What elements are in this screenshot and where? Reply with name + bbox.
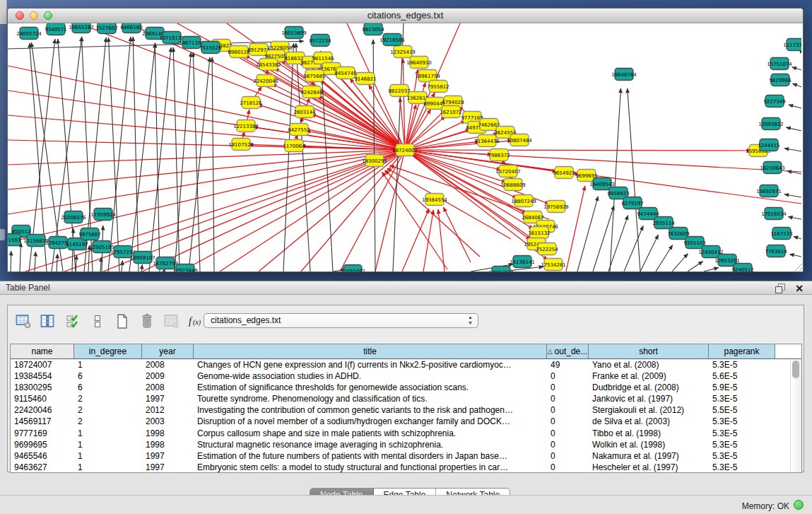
network-node[interactable]: 7986372 [488, 149, 510, 161]
network-node[interactable]: 12450462 [340, 265, 365, 272]
cell-out_degree[interactable]: 0 [547, 439, 589, 450]
window-titlebar[interactable]: citations_edges.txt [8, 8, 803, 23]
table-selector-dropdown[interactable]: citations_edges.txt ▲▼ [204, 313, 478, 328]
cell-year[interactable]: 2008 [142, 382, 194, 393]
network-edge[interactable] [57, 254, 57, 271]
minimize-button[interactable] [30, 11, 38, 20]
network-node[interactable]: 9654923 [553, 167, 575, 179]
network-edge[interactable] [405, 105, 416, 150]
cell-in_degree[interactable]: 1 [74, 450, 142, 462]
network-edge[interactable] [794, 237, 801, 240]
table-row[interactable]: 1830029562008Estimation of significance … [11, 382, 791, 393]
cell-pagerank[interactable]: 5.3E-5 [709, 450, 775, 462]
network-node[interactable]: 11173324 [783, 39, 801, 51]
column-header-short[interactable]: short [589, 344, 709, 358]
network-node[interactable]: 12213389 [233, 120, 259, 132]
left-splitter[interactable] [0, 0, 7, 24]
table-row[interactable]: 946554611997Estimation of the future num… [11, 450, 791, 462]
network-edge[interactable] [11, 251, 11, 271]
network-edge[interactable] [175, 52, 191, 271]
network-node[interactable]: 7522254 [536, 243, 558, 255]
network-edge[interactable] [792, 83, 801, 87]
network-node[interactable]: 5875685 [303, 70, 325, 82]
zoom-button[interactable] [44, 11, 52, 20]
network-node[interactable]: 15751074 [767, 58, 792, 70]
cell-pagerank[interactable]: 5.3E-5 [709, 393, 775, 404]
network-node[interactable]: 1170064 [283, 140, 305, 152]
cell-pagerank[interactable]: 5.3E-5 [709, 428, 775, 439]
cell-in_degree[interactable]: 1 [74, 439, 142, 450]
network-edge[interactable] [122, 261, 122, 271]
cell-in_degree[interactable]: 2 [74, 404, 142, 416]
cell-name[interactable]: 9465546 [11, 450, 74, 462]
cell-title[interactable]: Changes of HCN gene expression and I(f) … [194, 359, 547, 370]
column-header-title[interactable]: title [194, 344, 547, 358]
function-builder-icon[interactable]: f(x) [188, 313, 205, 329]
cell-name[interactable]: 9777169 [11, 428, 74, 439]
cell-short[interactable]: Nakamura et al. (1997) [589, 450, 709, 462]
table-row[interactable]: 977716911998Corpus callosum shape and si… [11, 428, 791, 439]
network-edge[interactable] [443, 207, 471, 262]
cell-title[interactable]: Investigating the contribution of common… [194, 404, 547, 416]
table-options-icon[interactable] [15, 313, 32, 329]
cell-name[interactable]: 14569117 [11, 416, 74, 427]
cell-year[interactable]: 1997 [142, 462, 194, 472]
memory-status-indicator[interactable] [794, 500, 804, 510]
cell-in_degree[interactable]: 6 [74, 370, 142, 382]
network-node[interactable]: 2803144 [293, 106, 316, 118]
cell-title[interactable]: Structural magnetic resonance image aver… [194, 439, 547, 450]
network-node[interactable]: 21364436 [474, 135, 500, 147]
network-edge[interactable] [784, 148, 801, 151]
network-edge[interactable] [789, 105, 801, 108]
network-node[interactable]: 18107524 [228, 139, 254, 151]
network-node[interactable]: 18640910 [406, 57, 432, 69]
cell-year[interactable]: 2003 [142, 416, 194, 427]
network-edge[interactable] [129, 43, 155, 271]
network-node[interactable]: 17359924 [90, 209, 116, 221]
network-edge[interactable] [672, 254, 688, 271]
network-node[interactable]: 17334266 [488, 267, 514, 272]
cell-name[interactable]: 9699695 [11, 439, 74, 450]
network-node[interactable]: 10807484 [507, 134, 532, 146]
network-node[interactable]: 1615132 [528, 227, 550, 239]
network-edge[interactable] [141, 264, 142, 271]
network-node[interactable]: 16210643 [760, 162, 785, 174]
cell-in_degree[interactable]: 1 [74, 428, 142, 439]
network-edge[interactable] [593, 206, 614, 271]
network-node[interactable]: 6466160 [120, 23, 142, 33]
network-node[interactable]: 9829966 [769, 74, 792, 86]
network-edge[interactable] [76, 255, 76, 271]
network-edge[interactable] [789, 255, 801, 257]
cell-name[interactable]: 18300295 [11, 382, 74, 393]
cell-out_degree[interactable]: 0 [547, 382, 589, 393]
cell-out_degree[interactable]: 0 [547, 404, 589, 416]
network-node[interactable]: 6279197 [621, 197, 643, 209]
network-edge[interactable] [8, 150, 405, 189]
table-row[interactable]: 1456911722003Disruption of a novel membe… [11, 416, 791, 427]
cell-short[interactable]: Jankovic et al. (1997) [589, 393, 709, 404]
network-edge[interactable] [283, 43, 294, 271]
close-panel-icon[interactable]: ✕ [795, 282, 804, 295]
network-edge[interactable] [108, 37, 131, 271]
cell-in_degree[interactable]: 2 [74, 416, 142, 427]
network-canvas[interactable]: 1872400779638228960128891297415226058982… [8, 23, 803, 271]
network-node[interactable]: 20206576 [61, 211, 86, 223]
cell-in_degree[interactable]: 1 [74, 462, 142, 472]
network-node[interactable]: 17016534 [761, 208, 787, 220]
network-edge[interactable] [784, 194, 801, 197]
cell-pagerank[interactable]: 5.6E-5 [709, 370, 775, 382]
network-edge[interactable] [656, 245, 673, 271]
network-node[interactable]: 19756928 [543, 201, 569, 213]
column-header-out_degree[interactable]: △out_de... [547, 344, 589, 358]
network-node[interactable]: 9340571 [45, 23, 66, 35]
cell-short[interactable]: Wolkin et al. (1998) [589, 439, 709, 450]
cell-in_degree[interactable]: 6 [74, 382, 142, 393]
vertical-scrollbar[interactable] [790, 359, 801, 472]
network-node[interactable]: 9975887 [78, 228, 100, 240]
select-rows-icon[interactable] [64, 313, 81, 329]
network-node[interactable]: 7515526 [199, 42, 222, 54]
network-node[interactable]: 9146821 [354, 73, 376, 85]
network-node[interactable]: 10688609 [500, 179, 526, 191]
network-node[interactable]: 8960128 [228, 46, 249, 58]
cell-short[interactable]: Dudbridge et al. (2008) [589, 382, 709, 393]
